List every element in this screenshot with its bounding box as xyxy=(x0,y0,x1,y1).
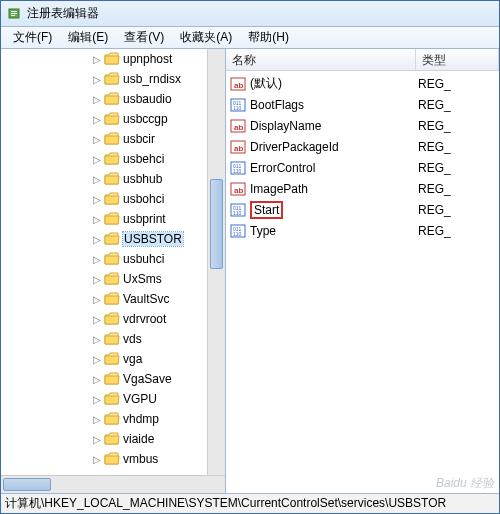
tree-node[interactable]: ▷usbhub xyxy=(1,169,207,189)
value-name: Type xyxy=(250,224,418,238)
value-list-pane: 名称 类型 ab(默认)REG_011110BootFlagsREG_abDis… xyxy=(226,49,499,493)
window-title: 注册表编辑器 xyxy=(27,5,99,22)
value-row[interactable]: 011110ErrorControlREG_ xyxy=(226,157,499,178)
value-row[interactable]: 011110BootFlagsREG_ xyxy=(226,94,499,115)
expander-icon[interactable]: ▷ xyxy=(91,314,103,325)
binary-value-icon: 011110 xyxy=(230,223,246,239)
tree-pane: ▷upnphost▷usb_rndisx▷usbaudio▷usbccgp▷us… xyxy=(1,49,226,493)
tree-node[interactable]: ▷VGPU xyxy=(1,389,207,409)
menu-edit[interactable]: 编辑(E) xyxy=(60,27,116,48)
folder-icon xyxy=(104,112,120,126)
tree-node[interactable]: ▷USBSTOR xyxy=(1,229,207,249)
expander-icon[interactable]: ▷ xyxy=(91,374,103,385)
titlebar[interactable]: 注册表编辑器 xyxy=(1,1,499,27)
value-name: ErrorControl xyxy=(250,161,418,175)
menu-help[interactable]: 帮助(H) xyxy=(240,27,297,48)
tree-node-label: usbaudio xyxy=(123,92,172,106)
value-row[interactable]: ab(默认)REG_ xyxy=(226,73,499,94)
tree-node[interactable]: ▷vdrvroot xyxy=(1,309,207,329)
folder-icon xyxy=(104,292,120,306)
folder-icon xyxy=(104,172,120,186)
menu-file[interactable]: 文件(F) xyxy=(5,27,60,48)
tree-node[interactable]: ▷vga xyxy=(1,349,207,369)
expander-icon[interactable]: ▷ xyxy=(91,214,103,225)
value-list[interactable]: ab(默认)REG_011110BootFlagsREG_abDisplayNa… xyxy=(226,71,499,493)
tree-node[interactable]: ▷usb_rndisx xyxy=(1,69,207,89)
tree-node-label: VgaSave xyxy=(123,372,172,386)
expander-icon[interactable]: ▷ xyxy=(91,154,103,165)
column-header-type[interactable]: 类型 xyxy=(416,49,499,70)
value-row[interactable]: 011110StartREG_ xyxy=(226,199,499,220)
tree-node[interactable]: ▷vds xyxy=(1,329,207,349)
tree-node[interactable]: ▷usbaudio xyxy=(1,89,207,109)
tree-horizontal-scrollbar[interactable] xyxy=(1,475,225,493)
expander-icon[interactable]: ▷ xyxy=(91,94,103,105)
tree-node[interactable]: ▷usbccgp xyxy=(1,109,207,129)
expander-icon[interactable]: ▷ xyxy=(91,54,103,65)
expander-icon[interactable]: ▷ xyxy=(91,354,103,365)
tree-node[interactable]: ▷vmbus xyxy=(1,449,207,469)
binary-value-icon: 011110 xyxy=(230,160,246,176)
expander-icon[interactable]: ▷ xyxy=(91,234,103,245)
expander-icon[interactable]: ▷ xyxy=(91,334,103,345)
folder-icon xyxy=(104,92,120,106)
expander-icon[interactable]: ▷ xyxy=(91,174,103,185)
tree-node-label: usbehci xyxy=(123,152,164,166)
registry-editor-window: 注册表编辑器 文件(F) 编辑(E) 查看(V) 收藏夹(A) 帮助(H) ▷u… xyxy=(0,0,500,514)
value-name: DisplayName xyxy=(250,119,418,133)
expander-icon[interactable]: ▷ xyxy=(91,134,103,145)
value-type: REG_ xyxy=(418,77,499,91)
menubar: 文件(F) 编辑(E) 查看(V) 收藏夹(A) 帮助(H) xyxy=(1,27,499,49)
tree-horizontal-scroll-thumb[interactable] xyxy=(3,478,51,491)
column-header-name[interactable]: 名称 xyxy=(226,49,416,70)
expander-icon[interactable]: ▷ xyxy=(91,294,103,305)
tree-node[interactable]: ▷UxSms xyxy=(1,269,207,289)
expander-icon[interactable]: ▷ xyxy=(91,74,103,85)
value-row[interactable]: abDriverPackageIdREG_ xyxy=(226,136,499,157)
expander-icon[interactable]: ▷ xyxy=(91,114,103,125)
app-icon xyxy=(7,6,23,22)
value-type: REG_ xyxy=(418,203,499,217)
folder-icon xyxy=(104,412,120,426)
folder-icon xyxy=(104,152,120,166)
tree-node[interactable]: ▷usbehci xyxy=(1,149,207,169)
tree-node[interactable]: ▷VgaSave xyxy=(1,369,207,389)
status-path: 计算机\HKEY_LOCAL_MACHINE\SYSTEM\CurrentCon… xyxy=(5,495,446,512)
expander-icon[interactable]: ▷ xyxy=(91,454,103,465)
tree-node[interactable]: ▷upnphost xyxy=(1,49,207,69)
tree-node[interactable]: ▷viaide xyxy=(1,429,207,449)
expander-icon[interactable]: ▷ xyxy=(91,394,103,405)
tree-node[interactable]: ▷vhdmp xyxy=(1,409,207,429)
menu-favorites[interactable]: 收藏夹(A) xyxy=(172,27,240,48)
tree-node-label: usbcir xyxy=(123,132,155,146)
tree-node-label: VaultSvc xyxy=(123,292,169,306)
menu-view[interactable]: 查看(V) xyxy=(116,27,172,48)
svg-text:110: 110 xyxy=(233,168,242,174)
value-name: BootFlags xyxy=(250,98,418,112)
folder-icon xyxy=(104,332,120,346)
tree-node-label: USBSTOR xyxy=(123,232,183,246)
tree-vertical-scroll-thumb[interactable] xyxy=(210,179,223,269)
value-row[interactable]: abImagePathREG_ xyxy=(226,178,499,199)
tree-node[interactable]: ▷usbprint xyxy=(1,209,207,229)
tree-vertical-scrollbar[interactable] xyxy=(207,49,225,475)
tree-node-label: VGPU xyxy=(123,392,157,406)
tree-node[interactable]: ▷usbohci xyxy=(1,189,207,209)
tree-node[interactable]: ▷usbuhci xyxy=(1,249,207,269)
tree-node[interactable]: ▷VaultSvc xyxy=(1,289,207,309)
value-name: (默认) xyxy=(250,75,418,92)
folder-icon xyxy=(104,272,120,286)
svg-text:110: 110 xyxy=(233,231,242,237)
expander-icon[interactable]: ▷ xyxy=(91,194,103,205)
list-header: 名称 类型 xyxy=(226,49,499,71)
expander-icon[interactable]: ▷ xyxy=(91,254,103,265)
value-type: REG_ xyxy=(418,224,499,238)
value-name: Start xyxy=(254,203,279,217)
expander-icon[interactable]: ▷ xyxy=(91,414,103,425)
value-row[interactable]: abDisplayNameREG_ xyxy=(226,115,499,136)
expander-icon[interactable]: ▷ xyxy=(91,434,103,445)
value-row[interactable]: 011110TypeREG_ xyxy=(226,220,499,241)
expander-icon[interactable]: ▷ xyxy=(91,274,103,285)
tree-node[interactable]: ▷usbcir xyxy=(1,129,207,149)
tree-list[interactable]: ▷upnphost▷usb_rndisx▷usbaudio▷usbccgp▷us… xyxy=(1,49,207,475)
